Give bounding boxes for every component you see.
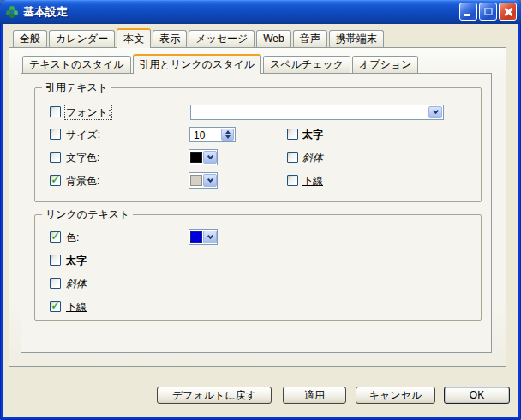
close-icon <box>500 3 516 20</box>
quote-size-label: サイズ: <box>66 129 100 141</box>
app-icon <box>5 5 19 19</box>
quote-bold-checkbox[interactable] <box>287 129 298 140</box>
quote-textcolor-select[interactable] <box>189 149 218 165</box>
quote-italic-checkbox[interactable] <box>287 152 298 163</box>
quote-italic-label: 斜体 <box>302 152 323 164</box>
link-italic-checkbox[interactable] <box>50 278 61 289</box>
quote-font-label: フォント: <box>66 106 111 118</box>
minimize-button[interactable] <box>459 3 477 21</box>
quote-bgcolor-select[interactable] <box>189 172 218 189</box>
dropdown-arrow-button[interactable] <box>203 231 217 243</box>
close-button[interactable] <box>499 3 517 21</box>
titlebar[interactable]: 基本設定 <box>0 0 521 24</box>
quote-font-checkbox[interactable] <box>50 106 61 117</box>
link-text-group-title: リンクのテキスト <box>42 208 133 220</box>
tab-audio[interactable]: 音声 <box>293 30 327 47</box>
quote-size-value: 10 <box>191 129 221 141</box>
dialog-body: 全般 カレンダー 本文 表示 メッセージ Web 音声 携帯端末 テキストのスタ… <box>3 24 518 417</box>
dropdown-arrow-button[interactable] <box>428 106 442 118</box>
preferences-window: 基本設定 全般 カレンダー 本文 表示 メッセージ Web 音声 携帯端末 テキ… <box>0 0 521 420</box>
maximize-icon <box>484 8 493 15</box>
minimize-icon <box>464 14 470 16</box>
link-bold-checkbox[interactable] <box>50 255 61 266</box>
tab-general[interactable]: 全般 <box>13 30 47 47</box>
spin-down-icon <box>225 135 231 139</box>
quote-font-select[interactable] <box>190 105 444 120</box>
color-swatch <box>190 152 202 163</box>
spinner-buttons[interactable] <box>221 129 234 141</box>
dropdown-arrow-button[interactable] <box>203 151 217 164</box>
quote-bold-label: 太字 <box>302 129 323 141</box>
chevron-down-icon <box>207 176 213 182</box>
tab-mobile[interactable]: 携帯端末 <box>329 30 384 47</box>
link-text-group: リンクのテキスト 色: 太字 斜体 下線 <box>34 214 482 321</box>
tab-spellcheck[interactable]: スペルチェック <box>263 56 350 73</box>
quote-text-group-title: 引用テキスト <box>42 81 111 93</box>
link-italic-label: 斜体 <box>66 278 87 290</box>
chevron-down-icon <box>207 153 213 159</box>
spin-up-icon <box>225 130 231 134</box>
quote-bgcolor-checkbox[interactable] <box>50 175 61 186</box>
color-swatch <box>190 175 202 186</box>
tab-quote-link-style[interactable]: 引用とリンクのスタイル <box>133 54 262 74</box>
quote-underline-label: 下線 <box>302 175 323 187</box>
tab-body-text[interactable]: 本文 <box>117 28 151 48</box>
link-underline-checkbox[interactable] <box>50 301 61 312</box>
tab-calendar[interactable]: カレンダー <box>49 30 115 47</box>
tab-message[interactable]: メッセージ <box>189 30 255 47</box>
window-controls <box>459 3 517 22</box>
outer-tabstrip: 全般 カレンダー 本文 表示 メッセージ Web 音声 携帯端末 <box>13 27 384 47</box>
chevron-down-icon <box>207 232 213 238</box>
link-bold-label: 太字 <box>66 255 87 267</box>
quote-textcolor-checkbox[interactable] <box>50 152 61 163</box>
tab-web[interactable]: Web <box>256 30 290 47</box>
quote-text-group: 引用テキスト フォント: サイズ: 10 <box>34 87 482 202</box>
maximize-button[interactable] <box>479 3 497 21</box>
link-color-label: 色: <box>66 231 79 243</box>
quote-underline-checkbox[interactable] <box>287 175 298 186</box>
inner-tab-page: 引用テキスト フォント: サイズ: 10 <box>21 73 492 353</box>
chevron-down-icon <box>432 108 438 114</box>
quote-textcolor-label: 文字色: <box>66 152 99 164</box>
outer-tab-page: テキストのスタイル 引用とリンクのスタイル スペルチェック オプション 引用テキ… <box>9 47 506 367</box>
apply-button[interactable]: 適用 <box>283 387 346 404</box>
ok-button[interactable]: OK <box>444 387 510 404</box>
tab-text-style[interactable]: テキストのスタイル <box>22 56 131 73</box>
cancel-button[interactable]: キャンセル <box>356 387 435 404</box>
dropdown-arrow-button[interactable] <box>203 174 217 187</box>
color-swatch <box>190 231 202 243</box>
inner-tabstrip: テキストのスタイル 引用とリンクのスタイル スペルチェック オプション <box>22 53 418 73</box>
link-color-select[interactable] <box>189 229 218 245</box>
tab-options[interactable]: オプション <box>352 56 418 73</box>
quote-size-spinner[interactable]: 10 <box>189 127 236 142</box>
link-underline-label: 下線 <box>66 301 87 313</box>
link-color-checkbox[interactable] <box>50 231 61 243</box>
quote-bgcolor-label: 背景色: <box>66 175 99 187</box>
quote-size-checkbox[interactable] <box>50 129 61 140</box>
tab-display[interactable]: 表示 <box>153 30 187 47</box>
window-title: 基本設定 <box>23 4 455 20</box>
reset-default-button[interactable]: デフォルトに戻す <box>157 387 272 404</box>
